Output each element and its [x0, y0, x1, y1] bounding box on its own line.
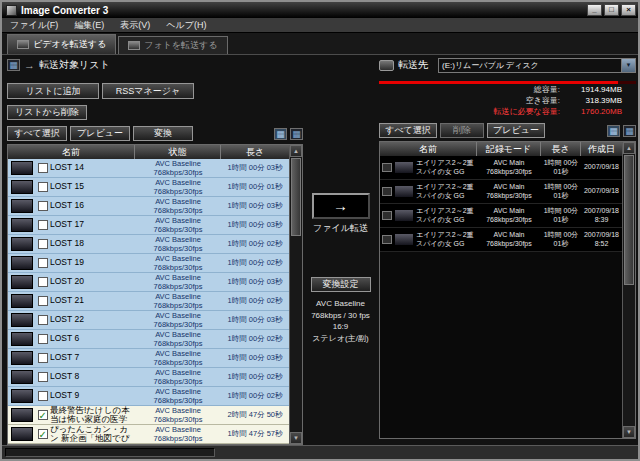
- source-table-body: LOST 14 AVC Baseline 768kbps/30fps 1時間 0…: [8, 159, 289, 444]
- checkbox-cell: [35, 258, 50, 268]
- table-row[interactable]: LOST 7 AVC Baseline 768kbps/30fps 1時間 00…: [8, 349, 289, 368]
- thumbnail-view-icon[interactable]: ▦: [607, 125, 620, 137]
- table-row[interactable]: LOST 21 AVC Baseline 768kbps/30fps 1時間 0…: [8, 292, 289, 311]
- table-row[interactable]: LOST 20 AVC Baseline 768kbps/30fps 1時間 0…: [8, 273, 289, 292]
- table-row[interactable]: ✓ 最終警告!たけしの本当は怖い家庭の医学 AVC Baseline 768kb…: [8, 406, 289, 425]
- close-button[interactable]: ×: [621, 4, 636, 16]
- list-view-icon[interactable]: ▦: [623, 125, 636, 137]
- mode-codec: AVC Main: [477, 183, 541, 191]
- row-checkbox[interactable]: [38, 296, 48, 306]
- preview-button[interactable]: プレビュー: [70, 126, 130, 141]
- list-view-icon[interactable]: ▦: [290, 128, 303, 140]
- remove-from-list-button[interactable]: リストから削除: [7, 105, 87, 120]
- tab-transfer-photo[interactable]: フォトを転送する: [118, 36, 227, 54]
- scrollbar-thumb[interactable]: [291, 158, 301, 236]
- scrollbar-track[interactable]: [623, 154, 635, 426]
- titlebar[interactable]: Image Converter 3 _ □ ×: [2, 2, 638, 18]
- row-length: 1時間 00分 01秒: [541, 159, 581, 175]
- destination-value: (E:)リムーバブル ディスク: [439, 59, 621, 72]
- scroll-down-icon[interactable]: ▼: [623, 426, 635, 438]
- row-checkbox[interactable]: [38, 277, 48, 287]
- convert-settings-button[interactable]: 変換設定: [311, 277, 371, 292]
- destination-scrollbar[interactable]: ▲ ▼: [622, 142, 635, 438]
- column-header-name[interactable]: 名前: [8, 145, 135, 159]
- row-checkbox[interactable]: [38, 163, 48, 173]
- table-row[interactable]: LOST 9 AVC Baseline 768kbps/30fps 1時間 00…: [8, 387, 289, 406]
- maximize-button[interactable]: □: [604, 4, 619, 16]
- table-row[interactable]: LOST 14 AVC Baseline 768kbps/30fps 1時間 0…: [8, 159, 289, 178]
- table-row[interactable]: エイリアス2～2重スパイの女 GG AVC Main 768kbps/30fps…: [380, 228, 622, 252]
- table-row[interactable]: LOST 15 AVC Baseline 768kbps/30fps 1時間 0…: [8, 178, 289, 197]
- row-name: LOST 21: [50, 296, 135, 306]
- photo-icon: [128, 41, 140, 50]
- row-checkbox[interactable]: [38, 372, 48, 382]
- row-record-mode: AVC Main 768kbps/30fps: [477, 231, 541, 248]
- status-bitrate: 768kbps/30fps: [135, 244, 221, 253]
- status-codec: AVC Baseline: [135, 368, 221, 377]
- column-header-name[interactable]: 名前: [380, 142, 477, 156]
- add-to-list-button[interactable]: リストに追加: [7, 83, 99, 99]
- table-row[interactable]: LOST 8 AVC Baseline 768kbps/30fps 1時間 00…: [8, 368, 289, 387]
- select-all-button[interactable]: すべて選択: [7, 126, 67, 141]
- table-row[interactable]: LOST 18 AVC Baseline 768kbps/30fps 1時間 0…: [8, 235, 289, 254]
- row-checkbox[interactable]: [38, 201, 48, 211]
- file-transfer-button[interactable]: →: [312, 193, 370, 219]
- thumbnail-view-icon[interactable]: ▦: [274, 128, 287, 140]
- source-scrollbar[interactable]: ▲ ▼: [289, 145, 302, 444]
- row-checkbox[interactable]: [38, 258, 48, 268]
- status-bitrate: 768kbps/30fps: [135, 168, 221, 177]
- required-capacity-value: 1760.20MB: [560, 107, 622, 116]
- row-checkbox[interactable]: [38, 391, 48, 401]
- table-row[interactable]: LOST 22 AVC Baseline 768kbps/30fps 1時間 0…: [8, 311, 289, 330]
- tab-transfer-video[interactable]: ビデオを転送する: [7, 34, 116, 54]
- checkbox-cell: [35, 353, 50, 363]
- device-icon: [379, 60, 394, 71]
- convert-button[interactable]: 変換: [133, 126, 193, 141]
- scroll-down-icon[interactable]: ▼: [290, 432, 302, 444]
- mode-bitrate: 768kbps/30fps: [477, 216, 541, 224]
- delete-button[interactable]: 削除: [440, 123, 484, 138]
- destination-select[interactable]: (E:)リムーバブル ディスク ▼: [438, 58, 636, 73]
- main-content: ▦ → 転送対象リスト リストに追加 RSSマネージャ リストから削除 すべて選…: [2, 55, 638, 445]
- rss-manager-button[interactable]: RSSマネージャ: [102, 83, 194, 99]
- status-bitrate: 768kbps/30fps: [135, 434, 221, 443]
- video-file-icon: [382, 235, 392, 244]
- row-checkbox[interactable]: [38, 182, 48, 192]
- scroll-up-icon[interactable]: ▲: [623, 142, 635, 154]
- table-row[interactable]: エイリアス2～2重スパイの女 GG AVC Main 768kbps/30fps…: [380, 204, 622, 228]
- table-row[interactable]: LOST 17 AVC Baseline 768kbps/30fps 1時間 0…: [8, 216, 289, 235]
- row-checkbox[interactable]: [38, 239, 48, 249]
- row-checkbox[interactable]: [38, 334, 48, 344]
- row-checkbox[interactable]: ✓: [38, 410, 48, 420]
- row-checkbox[interactable]: [38, 220, 48, 230]
- row-checkbox[interactable]: [38, 353, 48, 363]
- row-checkbox[interactable]: [38, 315, 48, 325]
- select-all-button[interactable]: すべて選択: [379, 123, 437, 138]
- table-row[interactable]: LOST 6 AVC Baseline 768kbps/30fps 1時間 00…: [8, 330, 289, 349]
- minimize-button[interactable]: _: [587, 4, 602, 16]
- preview-button[interactable]: プレビュー: [487, 123, 545, 138]
- menu-view[interactable]: 表示(V): [112, 19, 158, 32]
- transfer-destination-panel: 転送先 (E:)リムーバブル ディスク ▼ 総容量: 1914.94MB 空き容…: [379, 57, 636, 439]
- menu-edit[interactable]: 編集(E): [66, 19, 112, 32]
- table-row[interactable]: ✓ ぴったんこカン・カン 新企画「地図でぴったんこ」 AVC Baseline …: [8, 425, 289, 444]
- row-checkbox[interactable]: ✓: [38, 429, 48, 439]
- thumbnail-cell: [8, 389, 35, 403]
- table-row[interactable]: エイリアス2～2重スパイの女 GG AVC Main 768kbps/30fps…: [380, 180, 622, 204]
- table-row[interactable]: LOST 19 AVC Baseline 768kbps/30fps 1時間 0…: [8, 254, 289, 273]
- row-name: エイリアス2～2重スパイの女 GG: [416, 231, 477, 247]
- menu-help[interactable]: ヘルプ(H): [158, 19, 214, 32]
- column-header-length[interactable]: 長さ: [541, 142, 581, 156]
- table-row[interactable]: エイリアス2～2重スパイの女 GG AVC Main 768kbps/30fps…: [380, 156, 622, 180]
- column-header-created[interactable]: 作成日: [581, 142, 622, 156]
- scrollbar-thumb[interactable]: [624, 155, 634, 285]
- table-row[interactable]: LOST 16 AVC Baseline 768kbps/30fps 1時間 0…: [8, 197, 289, 216]
- status-codec: AVC Baseline: [135, 387, 221, 396]
- column-header-length[interactable]: 長さ: [221, 145, 289, 159]
- dropdown-arrow-icon[interactable]: ▼: [621, 59, 635, 72]
- column-header-mode[interactable]: 記録モード: [477, 142, 541, 156]
- column-header-status[interactable]: 状態: [135, 145, 221, 159]
- menu-file[interactable]: ファイル(F): [2, 19, 66, 32]
- scrollbar-track[interactable]: [290, 157, 302, 432]
- scroll-up-icon[interactable]: ▲: [290, 145, 302, 157]
